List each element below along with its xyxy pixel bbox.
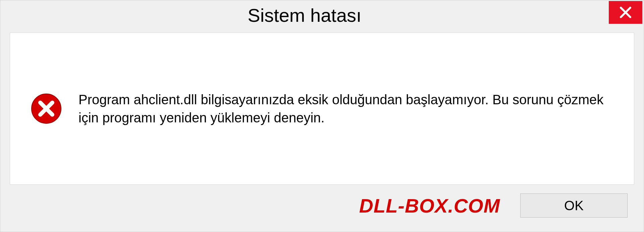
close-icon bbox=[619, 6, 632, 19]
content-panel: Program ahclient.dll bilgisayarınızda ek… bbox=[10, 33, 634, 185]
titlebar: Sistem hatası bbox=[0, 0, 644, 30]
error-message: Program ahclient.dll bilgisayarınızda ek… bbox=[78, 91, 614, 127]
close-button[interactable] bbox=[609, 1, 642, 24]
ok-button[interactable]: OK bbox=[520, 193, 628, 218]
dialog-title: Sistem hatası bbox=[0, 0, 609, 26]
error-dialog: Sistem hatası Program ahclient.dll bilgi… bbox=[0, 0, 644, 232]
watermark-text: DLL-BOX.COM bbox=[359, 194, 500, 217]
dialog-footer: DLL-BOX.COM OK bbox=[0, 191, 644, 232]
error-icon bbox=[30, 93, 62, 125]
